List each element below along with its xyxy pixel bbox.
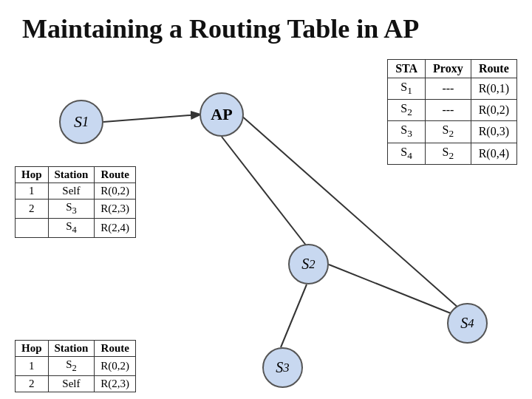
ap-table-header-proxy: Proxy (426, 60, 471, 78)
table-row: 1 S2 R(0,2) (16, 357, 136, 376)
node-s4: S4 (447, 303, 488, 344)
title: Maintaining a Routing Table in AP (0, 0, 532, 52)
node-s2: S2 (288, 244, 329, 284)
main-area: STA Proxy Route S1 --- R(0,1) S2 --- R(0… (0, 52, 532, 392)
table-row: S3 S2 R(0,3) (388, 121, 517, 143)
table-row: S4 R(2,4) (16, 219, 136, 238)
table-row: S4 S2 R(0,4) (388, 143, 517, 164)
s1-table-header-hop: Hop (16, 167, 49, 183)
node-s3: S3 (262, 347, 303, 388)
s3-routing-table: Hop Station Route 1 S2 R(0,2) 2 Self R(2… (15, 340, 136, 392)
ap-table-header-route: Route (471, 60, 516, 78)
ap-table-header-sta: STA (388, 60, 426, 78)
svg-line-0 (103, 115, 200, 122)
s3-table-header-route: Route (95, 341, 136, 357)
table-row: 2 Self R(2,3) (16, 376, 136, 392)
s3-table-header-station: Station (48, 341, 95, 357)
table-row: 1 Self R(0,2) (16, 183, 136, 200)
svg-line-1 (222, 137, 307, 246)
svg-line-3 (281, 284, 307, 347)
node-ap: AP (200, 92, 244, 137)
ap-routing-table: STA Proxy Route S1 --- R(0,1) S2 --- R(0… (387, 59, 517, 165)
svg-line-4 (329, 265, 462, 318)
s3-table-header-hop: Hop (16, 341, 49, 357)
s1-routing-table: Hop Station Route 1 Self R(0,2) 2 S3 R(2… (15, 166, 136, 238)
table-row: S2 --- R(0,2) (388, 100, 517, 121)
node-s1: S1 (59, 100, 103, 144)
s1-table-header-route: Route (95, 167, 136, 183)
table-row: S1 --- R(0,1) (388, 78, 517, 100)
s1-table-header-station: Station (48, 167, 95, 183)
table-row: 2 S3 R(2,3) (16, 200, 136, 219)
